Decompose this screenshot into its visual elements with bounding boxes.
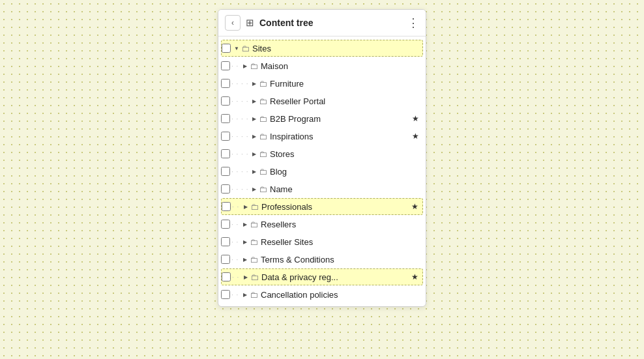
row-checkbox[interactable] — [221, 167, 230, 176]
row-checkbox[interactable] — [221, 237, 230, 246]
content-tree-panel: ‹ ⊞ Content tree ⋮ ▼ 🗀 Sites · · ▶ 🗀 Mai… — [218, 9, 426, 307]
star-icon: ★ — [411, 202, 418, 211]
indent: · · — [231, 291, 241, 298]
indent: · · · · — [231, 168, 250, 175]
tree-row[interactable]: · · · · ▶ 🗀 Blog — [221, 163, 423, 180]
panel-title: Content tree — [259, 18, 402, 28]
tree-row[interactable]: · · ▶ 🗀 Data & privacy reg... ★ — [221, 268, 423, 285]
expand-arrow[interactable]: ▶ — [241, 255, 250, 264]
row-checkbox[interactable] — [221, 220, 230, 229]
row-checkbox[interactable] — [221, 132, 230, 141]
tree-item-label: Sites — [252, 44, 418, 53]
row-checkbox[interactable] — [221, 255, 230, 264]
tree-item-label: Maison — [261, 61, 419, 71]
row-checkbox[interactable] — [221, 184, 230, 194]
indent: · · · · — [231, 98, 250, 105]
tree-row[interactable]: · · ▶ 🗀 Reseller Sites — [221, 233, 423, 250]
folder-icon: 🗀 — [259, 184, 267, 194]
indent: · · · · — [231, 186, 250, 193]
expand-arrow[interactable]: ▶ — [250, 132, 259, 141]
tree-row[interactable]: ▼ 🗀 Sites — [221, 40, 423, 57]
expand-arrow[interactable]: ▼ — [232, 44, 241, 53]
folder-icon: 🗀 — [259, 79, 267, 89]
expand-arrow[interactable]: ▶ — [250, 184, 259, 194]
tree-row[interactable]: · · · · ▶ 🗀 B2B Program ★ — [221, 110, 423, 127]
folder-icon: 🗀 — [250, 290, 258, 300]
indent: · · — [232, 203, 241, 210]
tree-item-label: Furniture — [270, 79, 419, 89]
row-checkbox[interactable] — [222, 44, 231, 53]
expand-arrow[interactable]: ▶ — [250, 167, 259, 176]
expand-arrow[interactable]: ▶ — [241, 272, 250, 281]
star-icon: ★ — [412, 114, 419, 123]
expand-arrow[interactable]: ▶ — [241, 202, 250, 211]
tree-row[interactable]: · · · · ▶ 🗀 Name — [221, 180, 423, 197]
tree-item-label: Inspirations — [270, 132, 409, 141]
tree-row[interactable]: · · · · ▶ 🗀 Stores — [221, 145, 423, 162]
indent: · · · · — [231, 133, 250, 140]
tree-item-label: Stores — [270, 149, 419, 159]
tree-item-label: Resellers — [261, 220, 419, 229]
folder-icon: 🗀 — [259, 167, 267, 177]
back-button[interactable]: ‹ — [225, 15, 241, 31]
row-checkbox[interactable] — [222, 202, 231, 211]
tree-item-label: Terms & Conditions — [261, 255, 419, 265]
indent: · · · · — [231, 151, 250, 158]
tree-item-label: Professionals — [261, 202, 409, 212]
tree-row[interactable]: · · ▶ 🗀 Terms & Conditions — [221, 251, 423, 268]
expand-arrow[interactable]: ▶ — [250, 96, 259, 106]
tree-icon: ⊞ — [246, 17, 254, 29]
folder-icon: 🗀 — [250, 272, 259, 282]
row-checkbox[interactable] — [221, 96, 230, 106]
folder-icon: 🗀 — [250, 220, 258, 229]
indent: · · · · — [231, 80, 250, 87]
folder-icon: 🗀 — [250, 61, 258, 71]
more-options-button[interactable]: ⋮ — [407, 17, 419, 29]
row-checkbox[interactable] — [221, 290, 230, 299]
star-icon: ★ — [411, 272, 418, 281]
expand-arrow[interactable]: ▶ — [250, 114, 259, 123]
tree-item-label: Reseller Sites — [261, 237, 419, 247]
indent: · · — [231, 63, 241, 70]
row-checkbox[interactable] — [222, 272, 231, 281]
row-checkbox[interactable] — [221, 79, 230, 88]
indent: · · — [231, 221, 241, 228]
expand-arrow[interactable]: ▶ — [241, 61, 250, 70]
row-checkbox[interactable] — [221, 61, 230, 70]
tree-row[interactable]: · · ▶ 🗀 Cancellation policies — [221, 286, 423, 303]
tree-item-label: Reseller Portal — [270, 96, 419, 106]
tree-row[interactable]: · · ▶ 🗀 Professionals ★ — [221, 198, 423, 215]
folder-icon: 🗀 — [259, 149, 267, 159]
back-icon: ‹ — [231, 18, 234, 27]
tree-item-label: B2B Program — [270, 114, 409, 124]
folder-icon: 🗀 — [259, 114, 267, 124]
folder-icon: 🗀 — [259, 132, 267, 141]
tree-row[interactable]: · · · · ▶ 🗀 Furniture — [221, 75, 423, 92]
row-checkbox[interactable] — [221, 114, 230, 123]
expand-arrow[interactable]: ▶ — [241, 220, 250, 229]
star-icon: ★ — [412, 132, 419, 141]
tree-item-label: Name — [270, 184, 419, 194]
folder-icon: 🗀 — [250, 202, 259, 212]
tree-row[interactable]: · · · · ▶ 🗀 Reseller Portal — [221, 93, 423, 109]
expand-arrow[interactable]: ▶ — [241, 237, 250, 246]
folder-icon: 🗀 — [259, 96, 267, 106]
tree-container: ▼ 🗀 Sites · · ▶ 🗀 Maison · · · · ▶ 🗀 Fur… — [218, 36, 426, 306]
expand-arrow[interactable]: ▶ — [250, 79, 259, 88]
expand-arrow[interactable]: ▶ — [241, 290, 250, 299]
tree-item-label: Data & privacy reg... — [261, 272, 409, 282]
row-checkbox[interactable] — [221, 149, 230, 158]
indent: · · — [231, 238, 241, 246]
tree-item-label: Cancellation policies — [261, 290, 419, 300]
tree-item-label: Blog — [270, 167, 419, 177]
folder-icon: 🗀 — [250, 237, 258, 247]
expand-arrow[interactable]: ▶ — [250, 149, 259, 158]
tree-row[interactable]: · · · · ▶ 🗀 Inspirations ★ — [221, 128, 423, 145]
indent: · · — [232, 274, 241, 281]
panel-header: ‹ ⊞ Content tree ⋮ — [218, 10, 426, 36]
tree-row[interactable]: · · ▶ 🗀 Maison — [221, 57, 423, 74]
indent: · · · · — [231, 115, 250, 122]
tree-row[interactable]: · · ▶ 🗀 Resellers — [221, 216, 423, 233]
folder-icon: 🗀 — [241, 44, 250, 53]
folder-icon: 🗀 — [250, 255, 258, 265]
